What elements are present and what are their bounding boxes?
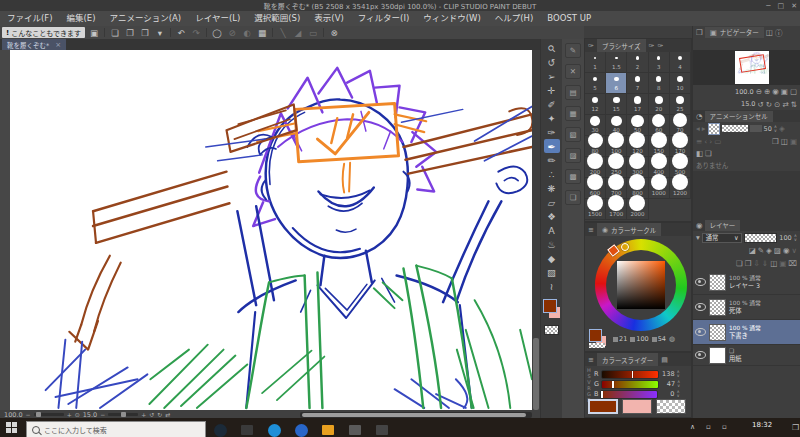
zoom-100-icon[interactable]: ▣ (781, 87, 788, 96)
clip-studio-icon[interactable]: ▣ (88, 27, 100, 38)
close-tab-icon[interactable]: × (55, 41, 61, 49)
slider-marker[interactable] (612, 381, 614, 388)
g-slider[interactable] (601, 380, 659, 389)
rotate-tool[interactable]: ↺ (544, 55, 560, 69)
brush-size-1700[interactable]: 1700 (606, 199, 627, 220)
zoom-out-icon[interactable]: ⊖ (756, 87, 762, 96)
prev-frame-icon[interactable]: ‹ (704, 137, 707, 146)
spinner-icons[interactable]: ∧∨ (677, 380, 680, 388)
brush-size-1[interactable]: 1 (585, 52, 606, 73)
layer-thumbnail[interactable] (709, 347, 726, 364)
subtool-frame-icon[interactable]: ▨ (565, 148, 581, 163)
line-icon[interactable]: ╲ (277, 27, 289, 38)
blend-mode-select[interactable]: 通常∨ (702, 233, 743, 243)
draft-layer-icon[interactable]: ✎ (758, 246, 764, 255)
pen-tool[interactable]: ✒ (544, 139, 560, 153)
brush-size-17[interactable]: 17 (627, 94, 648, 115)
clip-to-layer-icon[interactable]: ◪ (749, 246, 756, 255)
color-mode-toggle-icon[interactable]: ◍ (669, 335, 675, 343)
saturation-value-square[interactable] (617, 261, 665, 309)
subtool-hatch-icon[interactable]: ▤ (565, 85, 581, 100)
brush-size-7[interactable]: 7 (627, 73, 648, 94)
spinner-icons[interactable]: ∧∨ (676, 390, 679, 398)
prev-cel-icon[interactable]: ◂ (696, 124, 700, 133)
visibility-eye-icon[interactable] (695, 303, 706, 311)
snap-icon[interactable]: ⊗ (328, 27, 340, 38)
color-wheel-tab[interactable]: ◉カラーサークル (597, 223, 661, 236)
layer-row-0[interactable]: 100 % 通常レイヤー 3 (693, 270, 800, 295)
taskbar-search-input[interactable]: ここに入力して検索 (26, 421, 206, 437)
eraser-tool[interactable]: ▱ (544, 195, 560, 209)
subtool-erase-icon[interactable]: ✕ (565, 64, 581, 79)
rotate-reset-icon[interactable]: ⊙ (774, 100, 780, 109)
foreground-color-swatch[interactable] (589, 329, 602, 342)
brush-size-1000[interactable]: 1000 (649, 178, 670, 199)
rotate-left-icon[interactable]: ↺ (149, 411, 154, 418)
crop-icon[interactable]: ▦ (256, 27, 268, 38)
new-file-icon[interactable]: ❏ (109, 27, 121, 38)
zoom-minus-icon[interactable]: − (26, 411, 31, 418)
subtool-material-icon[interactable]: ❏ (565, 190, 581, 205)
navigator-thumbnail[interactable] (735, 51, 769, 84)
object-tool[interactable]: ➢ (544, 69, 560, 83)
flip-h-icon[interactable]: ⇄ (782, 100, 788, 109)
close-button[interactable]: ✕ (791, 2, 797, 10)
drawing-canvas[interactable] (10, 50, 532, 410)
menu-item-9[interactable]: BOOST UP (540, 11, 598, 26)
spinner-icons[interactable]: ∧∨ (677, 370, 680, 378)
rotate-left-icon[interactable]: ↺ (758, 100, 764, 109)
visibility-eye-icon[interactable] (695, 328, 706, 336)
tray-b-icon[interactable]: ▫ (722, 423, 727, 431)
navigator-preview-area[interactable] (693, 50, 800, 85)
color-set-tab-icon[interactable]: ▤ (661, 356, 668, 364)
canvas-vertical-scrollbar[interactable] (532, 50, 540, 410)
decoration-tool[interactable]: ❋ (544, 181, 560, 195)
subtool-tone-icon[interactable]: ▦ (565, 106, 581, 121)
new-folder-icon[interactable]: ❐ (745, 259, 752, 268)
brush-size-6[interactable]: 6 (606, 73, 627, 94)
dropdown-icon[interactable]: ▾ (154, 27, 166, 38)
rotation-slider[interactable] (108, 413, 138, 416)
menu-item-1[interactable]: 編集(E) (60, 11, 103, 26)
brush-size-3[interactable]: 3 (649, 52, 670, 73)
invert-select-icon[interactable]: ◐ (241, 27, 253, 38)
subtool-balloon-icon[interactable]: ▩ (565, 169, 581, 184)
brush-size-1.5[interactable]: 1.5 (606, 52, 627, 73)
zoom-slider-thumb[interactable] (36, 412, 41, 417)
layer-row-3[interactable]: ❏用紙 (693, 345, 800, 366)
lock-layer-icon[interactable]: ◈ (766, 246, 772, 255)
r-slider[interactable] (601, 370, 659, 379)
information-tab-icon[interactable]: ⓘ (775, 27, 783, 38)
background-color-swatch[interactable] (622, 399, 652, 414)
menu-icon[interactable]: ≡ (588, 226, 594, 234)
onion-skin-icon[interactable]: ◧ (696, 149, 703, 158)
open-folder-icon[interactable]: ❐ (772, 137, 779, 146)
brush-size-1200[interactable]: 1200 (670, 178, 691, 199)
color-slider-tab[interactable]: カラースライダー (597, 353, 658, 366)
lock-icon[interactable]: ◈ (779, 124, 785, 133)
zoom-tool[interactable]: ⚲ (544, 41, 560, 55)
subtool-pattern-icon[interactable]: ▧ (565, 127, 581, 142)
layer-thumbnail[interactable] (709, 274, 726, 291)
save-icon[interactable]: ❒ (139, 27, 151, 38)
visibility-eye-icon[interactable] (695, 278, 706, 286)
layer-row-1[interactable]: 100 % 通常死体 (693, 295, 800, 320)
layer-mask-icon[interactable]: ◫ (770, 259, 777, 268)
layer-row-2[interactable]: 100 % 通常下書き (693, 320, 800, 345)
cel-opacity-slider-track[interactable] (750, 125, 762, 132)
hint-button[interactable]: ! こんなこともできます (2, 27, 85, 38)
move-tool[interactable]: ✛ (544, 83, 560, 97)
brush-size-2[interactable]: 2 (627, 52, 648, 73)
rotation-slider-thumb[interactable] (121, 412, 126, 417)
layer-thumbnail[interactable] (709, 299, 726, 316)
new-cel-icon[interactable]: ❏ (705, 149, 712, 158)
rotate-right-icon[interactable]: ↻ (766, 100, 772, 109)
apply-mask-icon[interactable]: ▣ (779, 259, 786, 268)
eyedropper-tool[interactable]: ✑ (544, 125, 560, 139)
minimize-button[interactable]: ─ (766, 2, 770, 10)
frame-icon[interactable]: ▭ (307, 27, 319, 38)
undo-icon[interactable]: ↶ (175, 27, 187, 38)
menu-item-2[interactable]: アニメーション(A) (103, 11, 189, 26)
brush-size-8[interactable]: 8 (649, 73, 670, 94)
sv-cursor[interactable] (621, 243, 629, 251)
